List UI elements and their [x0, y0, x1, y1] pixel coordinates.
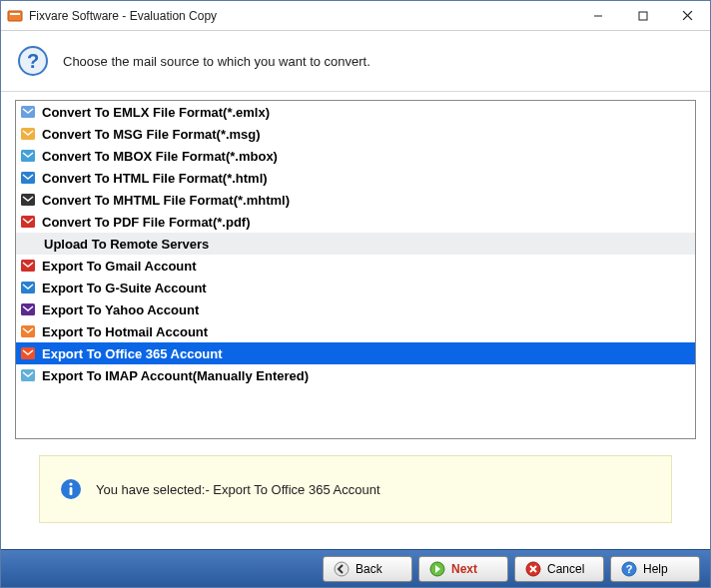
list-item-label: Convert To MBOX File Format(*.mbox) — [42, 149, 278, 164]
list-item-label: Convert To HTML File Format(*.html) — [42, 171, 268, 186]
list-item[interactable]: Convert To EMLX File Format(*.emlx) — [16, 101, 695, 123]
svg-rect-10 — [21, 150, 35, 162]
help-label: Help — [643, 562, 668, 576]
list-item[interactable]: Convert To PDF File Format(*.pdf) — [16, 211, 695, 233]
close-button[interactable] — [665, 1, 710, 31]
button-bar: Back Next Cancel ? Help — [1, 549, 710, 587]
list-item-label: Convert To MHTML File Format(*.mhtml) — [42, 193, 290, 208]
mbox-icon — [20, 148, 36, 164]
subtitle: Choose the mail source to which you want… — [63, 54, 370, 69]
help-icon: ? — [621, 561, 637, 577]
cancel-button[interactable]: Cancel — [514, 556, 604, 582]
app-icon — [7, 8, 23, 24]
office365-icon — [20, 345, 36, 361]
list-item-label: Export To IMAP Account(Manually Entered) — [42, 368, 309, 383]
svg-rect-9 — [21, 128, 35, 140]
list-item-label: Export To Yahoo Account — [42, 302, 199, 317]
pdf-icon — [20, 214, 36, 230]
list-item[interactable]: Export To IMAP Account(Manually Entered) — [16, 364, 695, 386]
separator — [1, 91, 710, 92]
svg-rect-8 — [21, 106, 35, 118]
maximize-button[interactable] — [620, 1, 665, 31]
list-item[interactable]: Convert To MSG File Format(*.msg) — [16, 123, 695, 145]
svg-rect-13 — [21, 216, 35, 228]
gsuite-icon — [20, 280, 36, 295]
list-item[interactable]: Export To G-Suite Account — [16, 277, 695, 298]
list-item[interactable]: Convert To HTML File Format(*.html) — [16, 167, 695, 189]
info-icon — [60, 478, 82, 500]
question-icon: ? — [17, 45, 49, 77]
next-arrow-icon — [429, 561, 445, 577]
svg-rect-1 — [10, 13, 20, 15]
svg-rect-12 — [21, 194, 35, 206]
gmail-icon — [20, 258, 36, 274]
main-window: Fixvare Software - Evaluation Copy ? Cho… — [0, 0, 711, 588]
list-section-header: Upload To Remote Servers — [16, 233, 695, 255]
html-icon — [20, 170, 36, 186]
svg-point-23 — [335, 562, 349, 576]
list-item-label: Convert To MSG File Format(*.msg) — [42, 127, 261, 142]
msg-icon — [20, 126, 36, 142]
svg-rect-0 — [8, 11, 22, 21]
svg-rect-22 — [70, 487, 73, 495]
list-item-label: Export To G-Suite Account — [42, 281, 207, 295]
conversion-listbox[interactable]: Convert To EMLX File Format(*.emlx)Conve… — [15, 100, 696, 439]
list-item[interactable]: Export To Yahoo Account — [16, 298, 695, 320]
svg-rect-15 — [21, 282, 35, 294]
help-button[interactable]: ? Help — [610, 556, 700, 582]
hotmail-icon — [20, 323, 36, 339]
info-panel: You have selected:- Export To Office 365… — [39, 455, 672, 523]
next-label: Next — [451, 562, 477, 576]
svg-rect-11 — [21, 172, 35, 184]
back-arrow-icon — [334, 561, 350, 577]
svg-rect-17 — [21, 325, 35, 337]
list-header-label: Upload To Remote Servers — [44, 237, 209, 252]
back-button[interactable]: Back — [323, 556, 412, 582]
minimize-button[interactable] — [575, 1, 620, 31]
list-item-label: Export To Gmail Account — [42, 259, 197, 274]
svg-rect-16 — [21, 303, 35, 315]
svg-point-21 — [69, 482, 72, 485]
svg-text:?: ? — [27, 50, 39, 72]
svg-rect-19 — [21, 369, 35, 381]
svg-rect-3 — [639, 12, 647, 20]
yahoo-icon — [20, 301, 36, 317]
svg-text:?: ? — [626, 563, 633, 575]
imap-icon — [20, 367, 36, 383]
mhtml-icon — [20, 192, 36, 208]
back-label: Back — [356, 562, 382, 576]
header: ? Choose the mail source to which you wa… — [1, 31, 710, 91]
next-button[interactable]: Next — [418, 556, 508, 582]
emlx-icon — [20, 104, 36, 120]
list-item-label: Export To Hotmail Account — [42, 324, 208, 339]
titlebar: Fixvare Software - Evaluation Copy — [1, 1, 710, 31]
svg-rect-14 — [21, 260, 35, 272]
list-item-label: Convert To PDF File Format(*.pdf) — [42, 215, 250, 230]
list-item[interactable]: Convert To MBOX File Format(*.mbox) — [16, 145, 695, 167]
list-item[interactable]: Convert To MHTML File Format(*.mhtml) — [16, 189, 695, 211]
cancel-label: Cancel — [547, 562, 584, 576]
list-item[interactable]: Export To Gmail Account — [16, 255, 695, 277]
list-item[interactable]: Export To Hotmail Account — [16, 320, 695, 342]
list-item-label: Convert To EMLX File Format(*.emlx) — [42, 105, 270, 120]
list-item-label: Export To Office 365 Account — [42, 346, 223, 361]
info-text: You have selected:- Export To Office 365… — [96, 482, 380, 497]
list-item[interactable]: Export To Office 365 Account — [16, 342, 695, 364]
content-area: Convert To EMLX File Format(*.emlx)Conve… — [1, 100, 710, 549]
cancel-icon — [525, 561, 541, 577]
window-title: Fixvare Software - Evaluation Copy — [29, 9, 575, 23]
svg-rect-18 — [21, 347, 35, 359]
